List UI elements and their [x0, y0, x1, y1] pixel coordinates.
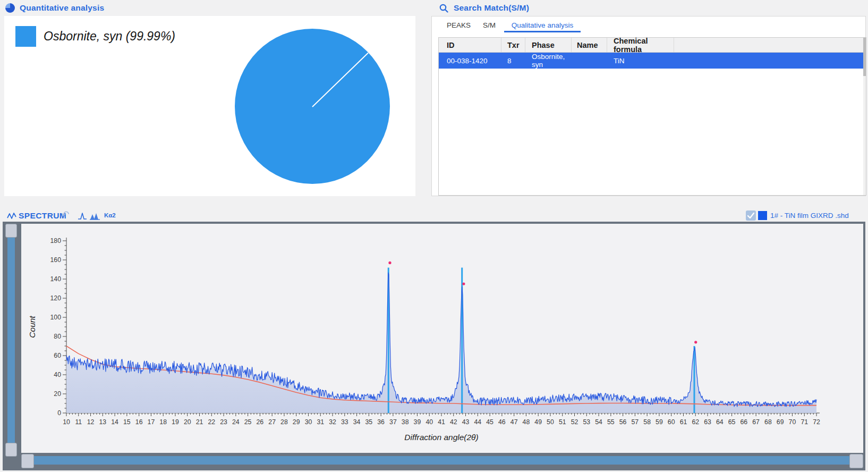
svg-text:61: 61	[680, 418, 687, 426]
svg-text:57: 57	[632, 418, 639, 426]
svg-text:10: 10	[63, 418, 70, 426]
svg-text:0: 0	[57, 409, 61, 417]
cell-txr: 8	[501, 53, 525, 69]
svg-text:72: 72	[813, 418, 820, 426]
svg-text:58: 58	[643, 418, 651, 426]
phase-pie-chart	[235, 29, 390, 184]
svg-text:23: 23	[220, 418, 227, 426]
svg-text:46: 46	[498, 418, 506, 426]
svg-text:21: 21	[196, 418, 203, 426]
svg-text:66: 66	[741, 418, 748, 426]
svg-text:71: 71	[801, 418, 808, 426]
horizontal-slider-right-handle[interactable]	[849, 454, 863, 468]
svg-text:27: 27	[268, 418, 276, 426]
svg-text:12: 12	[87, 418, 95, 426]
svg-text:53: 53	[583, 418, 590, 426]
cell-phase: Osbornite, syn	[525, 53, 572, 69]
svg-text:13: 13	[99, 418, 106, 426]
svg-text:32: 32	[329, 418, 336, 426]
svg-text:55: 55	[607, 418, 615, 426]
cell-name	[572, 53, 607, 69]
svg-text:26: 26	[257, 418, 264, 426]
svg-text:34: 34	[353, 418, 361, 426]
spectrum-chart[interactable]: 0204060801001201401601801011121314151617…	[21, 224, 863, 453]
tab-peaks[interactable]: PEAKS	[447, 19, 471, 32]
search-match-panel: PEAKS S/M Qualitative analysis ID Txr Ph…	[431, 16, 866, 196]
svg-text:67: 67	[752, 418, 760, 426]
svg-text:49: 49	[534, 418, 542, 426]
svg-text:68: 68	[764, 418, 772, 426]
column-header-id[interactable]: ID	[439, 38, 501, 52]
svg-text:59: 59	[656, 418, 663, 426]
kalpha2-strip-button[interactable]: Kα2	[104, 212, 116, 218]
table-scrollbar[interactable]	[863, 38, 866, 195]
pie-chart-icon	[5, 3, 15, 13]
svg-text:14: 14	[111, 418, 118, 426]
quantitative-title: Quantitative analysis	[20, 3, 104, 13]
vertical-slider-top-handle[interactable]	[5, 224, 17, 238]
svg-text:25: 25	[244, 418, 252, 426]
svg-text:52: 52	[571, 418, 578, 426]
svg-text:41: 41	[438, 418, 445, 426]
svg-text:35: 35	[365, 418, 373, 426]
svg-text:69: 69	[777, 418, 784, 426]
svg-text:15: 15	[123, 418, 131, 426]
svg-text:19: 19	[172, 418, 179, 426]
spectrum-panel: 0204060801001201401601801011121314151617…	[3, 222, 865, 470]
column-header-filler	[674, 38, 866, 52]
svg-text:30: 30	[305, 418, 312, 426]
spectrum-legend-swatch	[758, 211, 767, 220]
tab-qualitative-analysis[interactable]: Qualitative analysis	[504, 19, 581, 32]
svg-text:17: 17	[148, 418, 155, 426]
svg-text:62: 62	[692, 418, 699, 426]
search-match-title: Search Match(S/M)	[454, 3, 529, 13]
svg-text:31: 31	[317, 418, 324, 426]
table-row-selected[interactable]: 00-038-1420 8 Osbornite, syn TiN	[439, 53, 866, 69]
svg-text:42: 42	[450, 418, 457, 426]
svg-text:100: 100	[50, 314, 61, 321]
svg-text:70: 70	[789, 418, 796, 426]
spectrum-legend-checkbox[interactable]	[746, 210, 756, 221]
column-header-txr[interactable]: Txr	[501, 38, 525, 52]
undo-icon[interactable]: ↶	[62, 209, 69, 220]
svg-text:39: 39	[414, 418, 421, 426]
horizontal-slider-left-handle[interactable]	[21, 454, 34, 468]
quantitative-analysis-panel: Osbornite, syn (99.99%)	[4, 16, 415, 196]
svg-text:37: 37	[389, 418, 397, 426]
svg-text:56: 56	[619, 418, 627, 426]
column-header-phase[interactable]: Phase	[525, 38, 572, 52]
svg-text:20: 20	[54, 390, 61, 398]
svg-text:65: 65	[728, 418, 736, 426]
vertical-slider-bottom-handle[interactable]	[5, 443, 17, 457]
table-scrollbar-thumb[interactable]	[863, 38, 866, 76]
cell-filler	[674, 53, 866, 69]
svg-text:29: 29	[293, 418, 300, 426]
svg-text:40: 40	[54, 371, 61, 378]
quantitative-panel-header: Quantitative analysis	[5, 0, 104, 16]
tab-sm[interactable]: S/M	[483, 19, 496, 32]
peak-area-icon[interactable]	[90, 212, 100, 220]
svg-text:80: 80	[54, 333, 61, 340]
peak-search-icon[interactable]	[78, 212, 87, 220]
svg-text:16: 16	[135, 418, 143, 426]
svg-text:48: 48	[523, 418, 530, 426]
spectrum-plot-area[interactable]: 0204060801001201401601801011121314151617…	[21, 224, 863, 453]
xrd-analysis-app: { "quant_panel": { "title": "Quantitativ…	[0, 0, 868, 472]
svg-text:60: 60	[54, 352, 61, 359]
svg-text:64: 64	[716, 418, 724, 426]
spectrum-title: SPECTRUM	[19, 210, 66, 222]
svg-text:140: 140	[50, 275, 61, 283]
column-header-name[interactable]: Name	[572, 38, 607, 52]
search-icon	[439, 3, 449, 13]
svg-text:44: 44	[474, 418, 481, 426]
vertical-zoom-slider[interactable]	[7, 225, 15, 443]
spectrum-legend-label: 1# - TiN film GIXRD .shd	[770, 210, 849, 222]
svg-text:47: 47	[510, 418, 518, 426]
column-header-chemical-formula[interactable]: Chemical formula	[607, 38, 674, 52]
svg-text:45: 45	[486, 418, 493, 426]
svg-text:40: 40	[426, 418, 433, 426]
checkmark-icon	[746, 210, 756, 221]
spectrum-wave-icon	[7, 212, 18, 220]
svg-text:60: 60	[668, 418, 675, 426]
horizontal-zoom-slider[interactable]	[24, 456, 853, 465]
